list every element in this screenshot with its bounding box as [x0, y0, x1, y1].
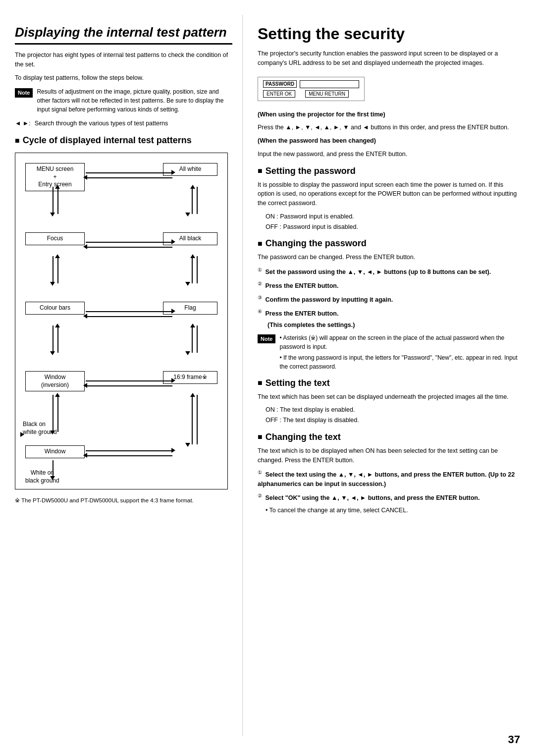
arrow-v1u — [57, 187, 58, 214]
password-field — [300, 80, 359, 88]
arrow-h5l — [86, 455, 172, 456]
arrowhead-h3l — [83, 314, 87, 319]
ctext-cancel: • To cancel the change at any time, sele… — [266, 506, 520, 515]
arrowhead-v2 — [50, 282, 55, 286]
password-on: ON : Password input is enabled. — [266, 212, 520, 221]
arrow-rv1 — [192, 187, 193, 214]
text-off: OFF : The text display is disabled. — [266, 416, 520, 425]
step-3: ③ Confirm the password by inputting it a… — [258, 294, 520, 305]
box-window-inversion: Window (inversion) — [25, 371, 85, 391]
cycle-diagram: MENU screen + Entry screen Focus Colour … — [15, 153, 228, 489]
step-1: ① Set the password using the ▲, ▼, ◄, ► … — [258, 266, 520, 277]
arrow-h5r — [86, 450, 172, 451]
arrow-rv3u — [197, 325, 198, 353]
footnote: ※ The PT-DW5000U and PT-DW5000UL support… — [15, 496, 232, 505]
note-label: Note — [15, 88, 33, 98]
step-4b: (This completes the settings.) — [268, 322, 520, 328]
step-4: ④ Press the ENTER button. — [258, 308, 520, 319]
changing-text-body: The text which is to be displayed when O… — [258, 446, 520, 465]
arrowhead-h1r — [171, 170, 175, 175]
setting-password-heading: Setting the password — [258, 166, 520, 176]
changed-text: Input the new password, and press the EN… — [258, 150, 520, 159]
note-content: Results of adjustment on the image, pict… — [37, 87, 232, 114]
setting-password-body: It is possible to display the password i… — [258, 180, 520, 208]
ctext-step-2: ② Select "OK" using the ▲, ▼, ◄, ► butto… — [258, 492, 520, 503]
arrow-rv1u — [197, 187, 198, 214]
arrowhead-rv4u — [190, 393, 195, 397]
arrow-h4r — [86, 380, 172, 381]
box-colour-bars: Colour bars — [25, 302, 85, 315]
note-bullet-1: • Asterisks (※) will appear on the scree… — [279, 333, 520, 351]
arrow-rv4u — [197, 395, 198, 444]
arrowhead-h5r — [171, 448, 175, 453]
arrow-h1l — [86, 177, 172, 178]
right-column: Setting the security The projector's sec… — [243, 15, 535, 736]
arrow-rv4 — [192, 395, 193, 444]
arrowhead-rv2u — [190, 254, 195, 258]
first-use-bold: (When using the projector for the first … — [258, 110, 520, 119]
arrow-h1r — [86, 172, 172, 173]
arrowhead-rv1 — [185, 213, 190, 216]
arrowhead-h1l — [83, 175, 87, 180]
arrow-v2 — [53, 256, 54, 283]
arrowhead-bwg — [20, 432, 24, 437]
right-title: Setting the security — [258, 25, 520, 43]
box-window: Window — [25, 445, 85, 458]
arrowhead-h2l — [83, 244, 87, 249]
left-title: Displaying the internal test pattern — [15, 25, 232, 45]
arrowhead-v4 — [50, 431, 55, 434]
arrowhead-rv1u — [190, 185, 195, 189]
changing-text-heading: Changing the text — [258, 432, 520, 442]
arrow-bullet: ◄ ►: Search through the various types of… — [15, 119, 232, 128]
cycle-title: Cycle of displayed internal test pattern… — [15, 135, 232, 146]
first-use-text: Press the ▲, ►, ▼, ◄, ▲, ►, ▼ and ◄ butt… — [258, 123, 520, 132]
note-box: Note Results of adjustment on the image,… — [15, 87, 232, 114]
arrowhead-v3u — [55, 324, 60, 327]
arrow-h4l — [86, 385, 172, 386]
note-bullet-2: • If the wrong password is input, the le… — [279, 353, 520, 371]
btn-return: MENU RETURN — [305, 90, 349, 98]
arrow-rv2u — [197, 256, 198, 283]
changed-bold: (When the password has been changed) — [258, 136, 520, 146]
arrow-rv2 — [192, 256, 193, 283]
ctext-step-1: ① Select the text using the ▲, ▼, ◄, ► b… — [258, 469, 520, 489]
password-label: PASSWORD — [263, 80, 297, 88]
arrowhead-v5 — [50, 476, 55, 480]
arrow-v4 — [53, 395, 54, 432]
arrowhead-v1u — [55, 185, 60, 189]
arrow-v2u — [57, 256, 58, 283]
setting-text-heading: Setting the text — [258, 378, 520, 388]
arrow-h2r — [86, 242, 172, 243]
password-row: PASSWORD — [263, 80, 359, 88]
setting-text-body: The text which has been set can be displ… — [258, 392, 520, 402]
page-number: 37 — [508, 733, 520, 746]
arrowhead-v4u — [55, 393, 60, 397]
note-label-2: Note — [258, 334, 275, 344]
btn-ok: ENTER OK — [263, 90, 295, 98]
arrowhead-h3r — [171, 309, 175, 314]
arrow-h2l — [86, 247, 172, 248]
arrowhead-h2r — [171, 239, 175, 244]
note-content-2: • Asterisks (※) will appear on the scree… — [279, 333, 520, 371]
arrowhead-rv3 — [185, 351, 190, 355]
arrowhead-v2u — [55, 254, 60, 258]
arrow-rv3 — [192, 325, 193, 353]
intro-2: To display test patterns, follow the ste… — [15, 73, 232, 83]
arrowhead-v1 — [50, 213, 55, 216]
left-column: Displaying the internal test pattern The… — [0, 15, 243, 736]
arrowhead-h4r — [171, 378, 175, 383]
box-focus: Focus — [25, 232, 85, 245]
arrowhead-rv4 — [185, 443, 190, 447]
diagram-inner: MENU screen + Entry screen Focus Colour … — [20, 158, 222, 484]
password-buttons: ENTER OK MENU RETURN — [263, 90, 359, 98]
changing-password-body: The password can be changed. Press the E… — [258, 253, 520, 262]
password-screen: PASSWORD ENTER OK MENU RETURN — [258, 77, 365, 101]
arrow-h3r — [86, 311, 172, 312]
password-off: OFF : Password input is disabled. — [266, 222, 520, 232]
changing-password-heading: Changing the password — [258, 238, 520, 249]
arrowhead-rv3u — [190, 324, 195, 327]
right-intro: The projector's security function enable… — [258, 49, 520, 68]
arrow-v3u — [57, 325, 58, 353]
arrow-v4u — [57, 395, 58, 432]
text-on: ON : The text display is enabled. — [266, 405, 520, 415]
